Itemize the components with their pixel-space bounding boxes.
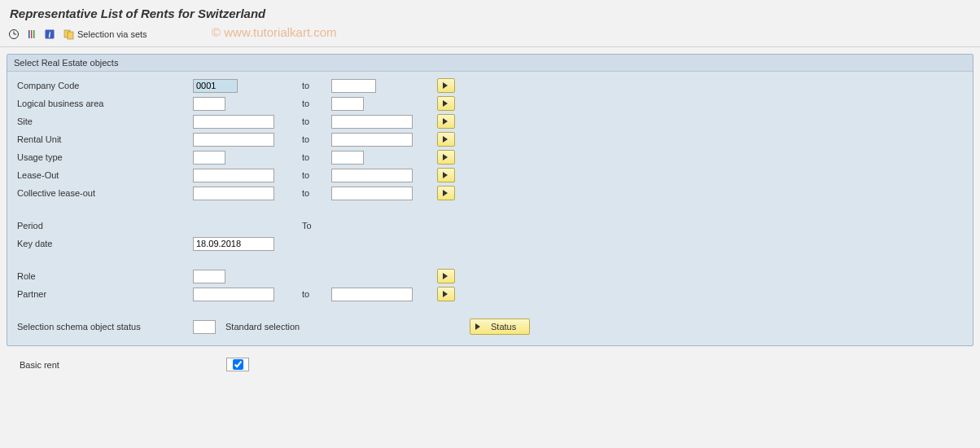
key-date-input[interactable] (193, 237, 274, 251)
collective-lease-out-to-input[interactable] (331, 187, 413, 200)
svg-rect-4 (31, 30, 33, 38)
role-from-input[interactable] (193, 270, 225, 283)
groupbox-title: Select Real Estate objects (7, 55, 973, 72)
row-partner: Partner to (14, 285, 966, 303)
execute-icon[interactable] (7, 27, 21, 42)
label-lease-out: Lease-Out (14, 170, 193, 180)
basic-rent-checkbox[interactable] (233, 359, 243, 370)
schema-static-text: Standard selection (225, 322, 364, 332)
row-basic-rent: Basic rent (7, 354, 973, 375)
to-label: to (299, 134, 331, 144)
to-label: to (299, 170, 331, 180)
basic-rent-checkbox-box[interactable] (226, 358, 249, 371)
label-key-date: Key date (14, 239, 193, 248)
row-schema: Selection schema object status Standard … (14, 318, 966, 336)
label-role: Role (14, 271, 193, 281)
usage-type-from-input[interactable] (193, 151, 225, 165)
logical-business-area-from-input[interactable] (193, 97, 225, 111)
row-company-code: Company Code to (14, 77, 966, 94)
selection-via-sets-label: Selection via sets (77, 29, 147, 39)
label-company-code: Company Code (14, 81, 193, 90)
to-label: to (299, 289, 331, 299)
row-site: Site to (14, 112, 966, 130)
label-schema: Selection schema object status (14, 322, 193, 332)
rental-unit-to-input[interactable] (331, 133, 413, 147)
to-label: to (299, 152, 331, 162)
selection-via-sets-button[interactable]: Selection via sets (60, 27, 151, 42)
label-usage-type: Usage type (14, 152, 193, 162)
row-rental-unit: Rental Unit to (14, 130, 966, 148)
partner-to-input[interactable] (331, 288, 413, 301)
lease-out-to-input[interactable] (331, 169, 413, 182)
status-button[interactable]: Status (470, 318, 530, 335)
lease-out-from-input[interactable] (193, 169, 274, 182)
site-from-input[interactable] (193, 115, 274, 129)
to-label: to (299, 116, 331, 126)
site-to-input[interactable] (331, 115, 413, 129)
partner-from-input[interactable] (193, 288, 274, 301)
svg-rect-9 (68, 32, 73, 39)
rental-unit-from-input[interactable] (193, 133, 274, 147)
collective-lease-out-from-input[interactable] (193, 187, 274, 200)
logical-business-area-to-input[interactable] (331, 97, 364, 111)
to-label: to (299, 81, 331, 90)
logical-business-area-multiple-button[interactable] (437, 96, 455, 111)
svg-text:i: i (49, 30, 51, 39)
company-code-from-input[interactable] (193, 79, 238, 93)
company-code-to-input[interactable] (331, 79, 376, 93)
svg-rect-3 (28, 30, 30, 38)
label-site: Site (14, 116, 193, 126)
period-to-label: To (299, 221, 331, 231)
label-partner: Partner (14, 289, 193, 299)
company-code-multiple-button[interactable] (437, 78, 455, 93)
label-period: Period (14, 221, 193, 231)
label-basic-rent: Basic rent (16, 360, 226, 370)
rental-unit-multiple-button[interactable] (437, 132, 455, 147)
watermark: © www.tutorialkart.com (212, 25, 337, 39)
collective-lease-out-multiple-button[interactable] (437, 186, 455, 200)
row-lease-out: Lease-Out to (14, 166, 966, 184)
label-logical-business-area: Logical business area (14, 99, 193, 108)
lease-out-multiple-button[interactable] (437, 168, 455, 182)
row-collective-lease-out: Collective lease-out to (14, 184, 966, 202)
to-label: to (299, 188, 331, 198)
row-key-date: Key date (14, 235, 966, 253)
row-usage-type: Usage type to (14, 148, 966, 166)
schema-input[interactable] (193, 320, 216, 334)
to-label: to (299, 99, 331, 108)
content-area: Select Real Estate objects Company Code … (0, 47, 980, 381)
status-button-label: Status (491, 322, 516, 332)
info-icon[interactable]: i (42, 27, 57, 42)
site-multiple-button[interactable] (437, 114, 455, 129)
variant-icon[interactable] (24, 27, 39, 42)
page-title: Representative List of Rents for Switzer… (0, 0, 980, 24)
row-logical-business-area: Logical business area to (14, 94, 966, 112)
partner-multiple-button[interactable] (437, 287, 455, 301)
select-real-estate-groupbox: Select Real Estate objects Company Code … (7, 54, 973, 346)
label-collective-lease-out: Collective lease-out (14, 188, 193, 198)
toolbar: i Selection via sets © www.tutorialkart.… (0, 24, 980, 47)
usage-type-to-input[interactable] (331, 151, 364, 165)
role-multiple-button[interactable] (437, 269, 455, 283)
row-role: Role (14, 267, 966, 285)
row-period: Period To (14, 217, 966, 235)
label-rental-unit: Rental Unit (14, 134, 193, 144)
usage-type-multiple-button[interactable] (437, 150, 455, 165)
svg-rect-5 (33, 30, 35, 38)
